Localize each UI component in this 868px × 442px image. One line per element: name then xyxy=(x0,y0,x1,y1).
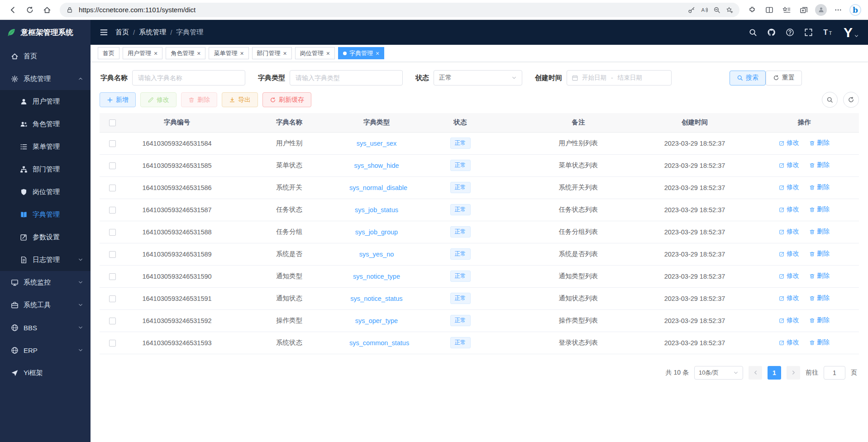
row-checkbox[interactable] xyxy=(109,295,116,302)
edit-row-button[interactable]: 修改 xyxy=(779,338,799,347)
row-checkbox[interactable] xyxy=(109,318,116,324)
close-icon[interactable]: × xyxy=(376,50,379,57)
url-text[interactable]: https://ccnetcore.com:1101/system/dict xyxy=(79,6,682,14)
dict-type-link[interactable]: sys_job_status xyxy=(355,206,398,214)
add-favorite-icon[interactable] xyxy=(726,6,733,14)
delete-row-button[interactable]: 删除 xyxy=(809,316,830,324)
refresh-table-button[interactable] xyxy=(843,92,859,108)
goto-page-input[interactable] xyxy=(824,366,845,380)
close-icon[interactable]: × xyxy=(197,50,200,57)
browser-back-button[interactable] xyxy=(5,2,21,18)
row-checkbox[interactable] xyxy=(109,140,116,147)
tab-dict-mgmt[interactable]: 字典管理 × xyxy=(338,47,384,59)
dict-type-link[interactable]: sys_show_hide xyxy=(354,162,399,169)
sidebar-item-menu-mgmt[interactable]: 菜单管理 xyxy=(0,135,91,158)
dict-type-link[interactable]: sys_job_group xyxy=(355,228,398,236)
split-screen-button[interactable] xyxy=(761,2,777,18)
browser-home-button[interactable] xyxy=(39,2,55,18)
sidebar-item-post-mgmt[interactable]: 岗位管理 xyxy=(0,181,91,203)
fullscreen-icon[interactable] xyxy=(804,28,813,37)
dict-type-link[interactable]: sys_notice_type xyxy=(353,273,400,280)
tab-role-mgmt[interactable]: 角色管理 × xyxy=(166,47,205,59)
row-checkbox[interactable] xyxy=(109,273,116,280)
sidebar-item-user-mgmt[interactable]: 用户管理 xyxy=(0,90,91,113)
search-button[interactable]: 搜索 xyxy=(730,71,766,86)
edit-row-button[interactable]: 修改 xyxy=(779,139,799,147)
password-key-icon[interactable] xyxy=(688,6,695,14)
user-menu[interactable]: Y xyxy=(844,26,859,39)
delete-row-button[interactable]: 删除 xyxy=(809,272,830,280)
sidebar-item-system-mgmt[interactable]: 系统管理 xyxy=(0,67,91,90)
prev-page-button[interactable] xyxy=(749,366,762,380)
search-icon[interactable] xyxy=(749,28,757,37)
tab-home[interactable]: 首页 × xyxy=(98,47,119,59)
extensions-button[interactable] xyxy=(744,2,760,18)
toggle-search-button[interactable] xyxy=(822,92,838,108)
edit-row-button[interactable]: 修改 xyxy=(779,228,799,236)
row-checkbox[interactable] xyxy=(109,340,116,347)
dict-type-link[interactable]: sys_normal_disable xyxy=(349,184,407,191)
dict-type-input[interactable] xyxy=(290,70,403,86)
favorites-button[interactable] xyxy=(778,2,795,18)
edit-row-button[interactable]: 修改 xyxy=(779,294,799,302)
tab-post-mgmt[interactable]: 岗位管理 × xyxy=(295,47,335,59)
edit-row-button[interactable]: 修改 xyxy=(779,183,799,191)
edit-row-button[interactable]: 修改 xyxy=(779,272,799,280)
delete-row-button[interactable]: 删除 xyxy=(809,205,830,214)
edit-row-button[interactable]: 修改 xyxy=(779,205,799,214)
delete-row-button[interactable]: 删除 xyxy=(809,139,830,147)
collections-button[interactable] xyxy=(796,2,812,18)
sidebar-item-yi-framework[interactable]: Yi框架 xyxy=(0,361,91,384)
close-icon[interactable]: × xyxy=(283,50,287,57)
add-button[interactable]: 新增 xyxy=(100,92,136,107)
sidebar-item-home[interactable]: 首页 xyxy=(0,45,91,67)
close-icon[interactable]: × xyxy=(240,50,243,57)
sidebar-item-system-tools[interactable]: 系统工具 xyxy=(0,294,91,316)
edit-button[interactable]: 修改 xyxy=(140,92,176,107)
reset-button[interactable]: 重置 xyxy=(766,71,802,86)
delete-row-button[interactable]: 删除 xyxy=(809,183,830,191)
sidebar-item-log-mgmt[interactable]: 日志管理 xyxy=(0,248,91,271)
row-checkbox[interactable] xyxy=(109,229,116,236)
select-all-checkbox[interactable] xyxy=(109,119,116,126)
breadcrumb-home[interactable]: 首页 xyxy=(115,28,129,37)
row-checkbox[interactable] xyxy=(109,185,116,191)
address-bar[interactable]: https://ccnetcore.com:1101/system/dict A xyxy=(60,3,739,17)
delete-row-button[interactable]: 删除 xyxy=(809,294,830,302)
breadcrumb-system[interactable]: 系统管理 xyxy=(139,28,166,37)
page-number-button[interactable]: 1 xyxy=(768,366,781,380)
read-aloud-icon[interactable]: A xyxy=(701,6,708,14)
refresh-cache-button[interactable]: 刷新缓存 xyxy=(262,92,311,107)
dict-type-link[interactable]: sys_common_status xyxy=(349,339,409,347)
edit-row-button[interactable]: 修改 xyxy=(779,316,799,324)
dict-type-link[interactable]: sys_user_sex xyxy=(357,140,397,147)
sidebar-item-param-settings[interactable]: 参数设置 xyxy=(0,226,91,248)
sidebar-item-dept-mgmt[interactable]: 部门管理 xyxy=(0,158,91,181)
sidebar-item-role-mgmt[interactable]: 角色管理 xyxy=(0,113,91,135)
next-page-button[interactable] xyxy=(787,366,800,380)
tab-menu-mgmt[interactable]: 菜单管理 × xyxy=(209,47,248,59)
dict-name-input[interactable] xyxy=(132,70,245,86)
delete-row-button[interactable]: 删除 xyxy=(809,338,830,347)
close-icon[interactable]: × xyxy=(154,50,157,57)
dict-type-link[interactable]: sys_yes_no xyxy=(359,251,394,258)
browser-reload-button[interactable] xyxy=(22,2,38,18)
github-icon[interactable] xyxy=(767,28,776,37)
edit-row-button[interactable]: 修改 xyxy=(779,250,799,258)
bing-button[interactable]: b xyxy=(847,2,863,18)
font-size-icon[interactable]: TT xyxy=(823,28,834,37)
browser-menu-button[interactable] xyxy=(830,2,846,18)
edit-row-button[interactable]: 修改 xyxy=(779,161,799,169)
close-icon[interactable]: × xyxy=(326,50,330,57)
row-checkbox[interactable] xyxy=(109,162,116,169)
collapse-sidebar-icon[interactable] xyxy=(100,28,108,37)
sidebar-item-erp[interactable]: ERP xyxy=(0,339,91,361)
dict-type-link[interactable]: sys_oper_type xyxy=(355,317,398,324)
delete-row-button[interactable]: 删除 xyxy=(809,250,830,258)
delete-button[interactable]: 删除 xyxy=(181,92,217,107)
sidebar-item-bbs[interactable]: BBS xyxy=(0,316,91,339)
sidebar-item-system-monitor[interactable]: 系统监控 xyxy=(0,271,91,294)
tab-dept-mgmt[interactable]: 部门管理 × xyxy=(252,47,292,59)
row-checkbox[interactable] xyxy=(109,207,116,214)
delete-row-button[interactable]: 删除 xyxy=(809,161,830,169)
